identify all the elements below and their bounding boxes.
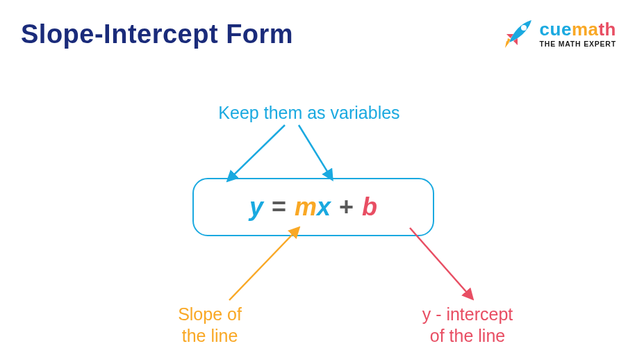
slope-intercept-diagram: Keep them as variables y = mx + b Slope … xyxy=(0,0,644,362)
variable-m: m xyxy=(295,192,317,221)
variable-x: x xyxy=(317,192,331,221)
variable-b: b xyxy=(362,192,377,222)
svg-line-4 xyxy=(410,228,472,299)
svg-line-3 xyxy=(229,228,299,300)
equation-box: y = mx + b xyxy=(192,178,434,236)
equals-sign: = xyxy=(272,192,286,222)
variable-y: y xyxy=(249,192,263,222)
plus-sign: + xyxy=(339,192,354,222)
variables-annotation: Keep them as variables xyxy=(198,103,420,123)
intercept-annotation: y - interceptof the line xyxy=(388,304,547,347)
svg-line-1 xyxy=(228,125,285,181)
slope-annotation: Slope ofthe line xyxy=(140,304,279,347)
svg-line-2 xyxy=(299,125,332,179)
